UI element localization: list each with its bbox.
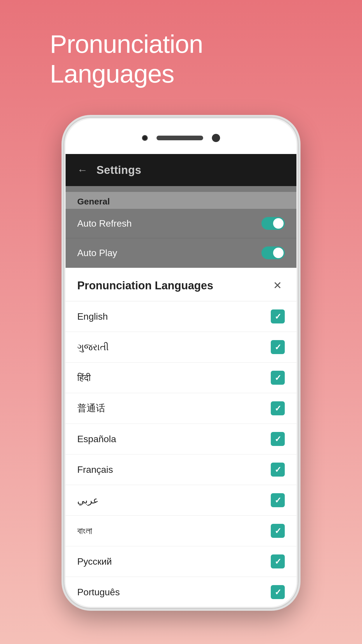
check-icon: ✓ (275, 526, 281, 536)
language-row[interactable]: Русский✓ (66, 546, 296, 577)
check-icon: ✓ (275, 373, 281, 383)
language-checkbox[interactable]: ✓ (271, 371, 285, 385)
check-icon: ✓ (275, 404, 281, 413)
auto-refresh-row: Auto Refresh (66, 209, 296, 238)
language-row[interactable]: ગુજરાતી✓ (66, 332, 296, 363)
language-row[interactable]: हिंदी✓ (66, 363, 296, 393)
language-name: عربي (77, 495, 99, 506)
screen: ← Settings General Auto Refresh Auto Pla… (66, 154, 296, 607)
auto-refresh-label: Auto Refresh (77, 218, 132, 229)
check-icon: ✓ (275, 557, 281, 566)
close-modal-button[interactable]: ✕ (270, 278, 285, 293)
language-list: English✓ગુજરાતી✓हिंदी✓普通话✓Española✓Franç… (66, 301, 296, 607)
nav-title: Settings (96, 164, 141, 176)
phone-inner-frame: ← Settings General Auto Refresh Auto Pla… (66, 119, 296, 607)
language-name: 普通话 (77, 402, 105, 415)
language-checkbox[interactable]: ✓ (271, 432, 285, 446)
language-checkbox[interactable]: ✓ (271, 340, 285, 354)
toggle-knob-2 (273, 248, 284, 258)
phone-frame: ← Settings General Auto Refresh Auto Pla… (61, 115, 301, 611)
language-name: Português (77, 587, 120, 598)
language-checkbox[interactable]: ✓ (271, 585, 285, 599)
language-row[interactable]: Española✓ (66, 424, 296, 454)
check-icon: ✓ (275, 342, 281, 352)
language-checkbox[interactable]: ✓ (271, 493, 285, 507)
auto-play-row: Auto Play (66, 238, 296, 268)
section-header-general: General (66, 192, 296, 209)
speaker-bar (157, 136, 203, 140)
language-checkbox[interactable]: ✓ (271, 401, 285, 415)
language-checkbox[interactable]: ✓ (271, 524, 285, 538)
toggle-knob (273, 218, 284, 229)
modal-header: Pronunciation Languages ✕ (66, 268, 296, 301)
camera-bar (134, 131, 228, 145)
check-icon: ✓ (275, 496, 281, 505)
settings-section: General Auto Refresh Auto Play (66, 186, 296, 268)
page-title: Pronunciation Languages (50, 29, 312, 89)
nav-bar: ← Settings (66, 154, 296, 186)
auto-refresh-toggle[interactable] (261, 217, 285, 230)
check-icon: ✓ (275, 434, 281, 444)
language-name: English (77, 311, 108, 322)
check-icon: ✓ (275, 587, 281, 597)
language-name: বাংলা (77, 526, 92, 536)
language-row[interactable]: বাংলা✓ (66, 516, 296, 546)
camera-dot (212, 134, 220, 142)
languages-modal: Pronunciation Languages ✕ English✓ગુજરાત… (66, 268, 296, 607)
language-checkbox[interactable]: ✓ (271, 463, 285, 477)
language-name: Français (77, 464, 113, 475)
language-name: Русский (77, 556, 112, 567)
language-row[interactable]: Français✓ (66, 454, 296, 485)
language-row[interactable]: Português✓ (66, 577, 296, 607)
language-row[interactable]: ✓عربي (66, 485, 296, 516)
language-row[interactable]: English✓ (66, 301, 296, 332)
auto-play-toggle[interactable] (261, 246, 285, 259)
check-icon: ✓ (275, 465, 281, 475)
language-name: Española (77, 434, 116, 444)
check-icon: ✓ (275, 312, 281, 321)
language-name: ગુજરાતી (77, 342, 109, 353)
language-checkbox[interactable]: ✓ (271, 309, 285, 323)
back-button[interactable]: ← (77, 164, 88, 176)
language-checkbox[interactable]: ✓ (271, 554, 285, 568)
auto-play-label: Auto Play (77, 248, 117, 258)
language-row[interactable]: 普通话✓ (66, 393, 296, 424)
language-name: हिंदी (77, 372, 91, 383)
modal-title: Pronunciation Languages (77, 279, 213, 292)
front-camera-icon (142, 135, 148, 141)
